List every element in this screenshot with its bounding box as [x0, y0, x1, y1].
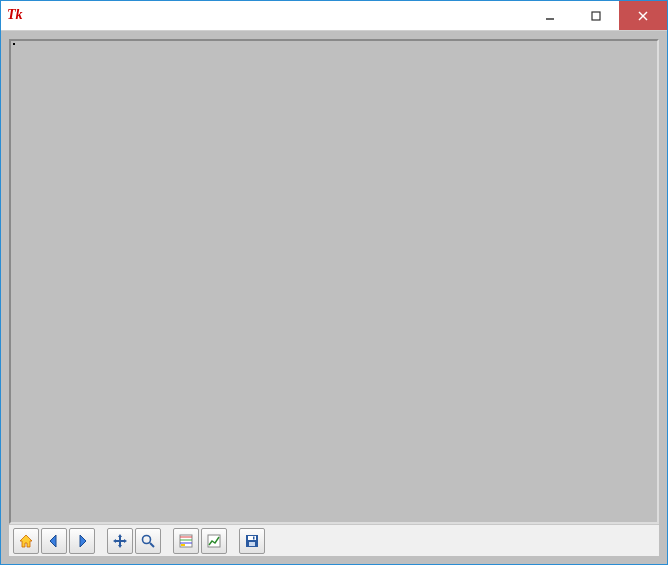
svg-marker-5: [50, 535, 56, 547]
toolbar-separator: [166, 530, 170, 552]
axis-button[interactable]: [201, 528, 227, 554]
close-button[interactable]: [619, 1, 667, 30]
svg-point-7: [143, 535, 151, 543]
svg-marker-4: [20, 535, 32, 547]
svg-marker-6: [80, 535, 86, 547]
svg-rect-17: [249, 542, 255, 546]
figure-canvas[interactable]: [13, 43, 655, 520]
plot-axes: [13, 43, 15, 45]
maximize-button[interactable]: [573, 1, 619, 30]
toolbar-separator: [232, 530, 236, 552]
subplots-button[interactable]: [173, 528, 199, 554]
svg-rect-1: [592, 12, 600, 20]
zoom-button[interactable]: [135, 528, 161, 554]
svg-rect-16: [248, 536, 256, 540]
client-area: [1, 31, 667, 564]
back-button[interactable]: [41, 528, 67, 554]
save-button[interactable]: [239, 528, 265, 554]
window-controls: [527, 1, 667, 30]
svg-rect-13: [181, 544, 185, 546]
toolbar-separator: [100, 530, 104, 552]
figure-window: Tk: [0, 0, 668, 565]
svg-rect-18: [253, 536, 255, 539]
canvas-frame: [9, 39, 659, 524]
matplotlib-toolbar: [9, 524, 659, 556]
forward-button[interactable]: [69, 528, 95, 554]
pan-button[interactable]: [107, 528, 133, 554]
titlebar[interactable]: Tk: [1, 1, 667, 31]
svg-rect-14: [208, 535, 220, 547]
svg-line-8: [150, 543, 154, 547]
minimize-button[interactable]: [527, 1, 573, 30]
home-button[interactable]: [13, 528, 39, 554]
tk-icon: Tk: [7, 7, 25, 25]
